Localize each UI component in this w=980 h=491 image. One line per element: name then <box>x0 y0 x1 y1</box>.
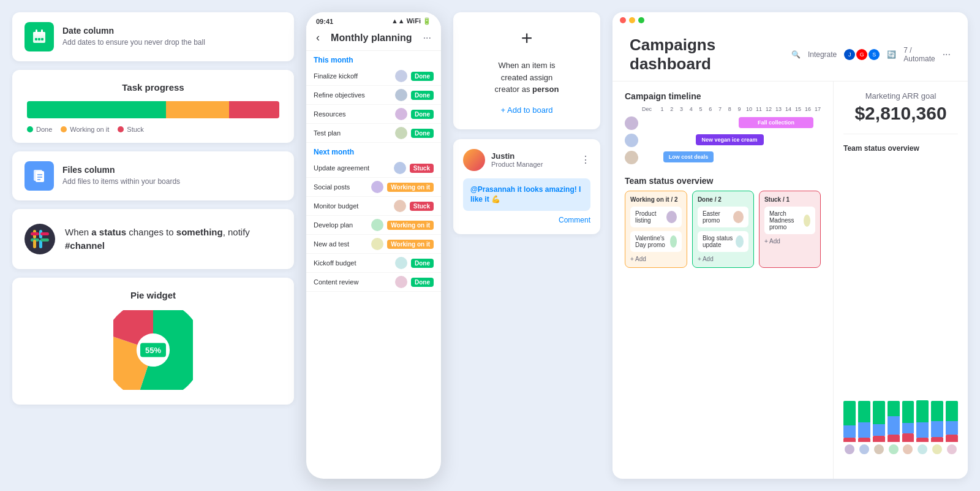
done-dot <box>27 126 33 132</box>
task-row: Finalize kickoff Done <box>306 67 441 86</box>
bar-group <box>873 401 885 454</box>
bar-avatar <box>947 444 957 454</box>
card-avatar <box>670 235 677 248</box>
slack-icon <box>24 224 55 254</box>
task-avatar <box>371 238 383 250</box>
dashboard-actions: 🔍 Integrate J G S 🔄 7 / Automate ··· <box>791 46 951 63</box>
integrate-label[interactable]: Integrate <box>808 50 837 59</box>
legend-done: Done <box>27 126 52 133</box>
timeline-avatar <box>625 151 638 164</box>
working-dot <box>61 126 67 132</box>
timeline-row: Fall collection <box>625 115 821 132</box>
card-avatar <box>666 211 676 223</box>
stuck-dot <box>118 126 124 132</box>
legend-stuck: Stuck <box>118 126 144 133</box>
mobile-status-bar: 09:41 ▲▲ WiFi 🔋 <box>306 12 441 28</box>
task-avatar <box>395 70 407 82</box>
user-info: Justin Product Manager <box>491 151 543 168</box>
task-avatar <box>371 181 383 193</box>
files-icon <box>24 161 54 191</box>
bar-working <box>946 421 958 435</box>
main-container: Date column Add dates to ensure you neve… <box>0 0 980 491</box>
bar-chart-title: Team status overview <box>843 144 958 153</box>
bar-group <box>858 401 870 454</box>
task-row: Social posts Working on it <box>306 178 441 197</box>
task-avatar <box>395 127 407 139</box>
integration-icons: J G S <box>844 49 880 60</box>
svg-rect-5 <box>38 38 40 40</box>
bar-working <box>858 422 870 438</box>
more-options[interactable]: ··· <box>943 49 951 60</box>
arr-section: Marketing ARR goal $2,810,360 <box>843 91 958 134</box>
kanban-add-done[interactable]: + Add <box>698 256 748 262</box>
kanban-board: Working on it / 2 Product listing Valent… <box>625 191 821 268</box>
kanban-card[interactable]: Easter promo <box>698 207 748 227</box>
center-panel: + When an item iscreated assigncreator a… <box>453 12 600 479</box>
date-column-card: Date column Add dates to ensure you neve… <box>12 12 294 61</box>
bar-done <box>916 400 929 422</box>
task-avatar <box>394 162 406 174</box>
bar-stuck <box>873 436 885 442</box>
timeline-row: New vegan ice cream <box>625 132 821 149</box>
date-column-text: Date column Add dates to ensure you neve… <box>62 26 205 48</box>
kanban-col-stuck: Stuck / 1 March Madness promo + Add <box>759 191 821 268</box>
kanban-card[interactable]: March Madness promo <box>764 207 815 234</box>
kanban-add-stuck[interactable]: + Add <box>764 238 815 245</box>
bar-done <box>873 401 885 424</box>
kanban-add-working[interactable]: + Add <box>630 256 682 262</box>
automate-icon: 🔄 <box>887 50 896 59</box>
back-icon[interactable]: ‹ <box>316 31 320 44</box>
pie-container: 55% <box>27 310 279 390</box>
campaign-timeline: Campaign timeline Dec 1 2 3 4 5 6 7 8 9 … <box>625 91 821 166</box>
svg-rect-6 <box>41 38 43 40</box>
jira-icon: J <box>844 49 855 60</box>
mobile-time: 09:41 <box>316 18 333 25</box>
timeline-avatar <box>625 134 638 147</box>
bar-done <box>902 401 914 423</box>
task-row: Content review Done <box>306 273 441 292</box>
maximize-dot[interactable] <box>638 17 644 23</box>
more-options-icon[interactable]: ⋮ <box>581 154 590 166</box>
bar-done <box>858 401 870 422</box>
files-column-desc: Add files to items within your boards <box>62 177 180 187</box>
svg-rect-8 <box>36 171 44 182</box>
automate-label[interactable]: 7 / Automate <box>903 46 935 63</box>
user-role: Product Manager <box>491 161 543 168</box>
svg-rect-1 <box>33 32 45 36</box>
team-status-section: Team status overview Working on it / 2 P… <box>625 176 821 268</box>
mobile-signal: ▲▲ WiFi 🔋 <box>391 17 431 25</box>
add-to-board-button[interactable]: + Add to board <box>501 105 553 115</box>
window-chrome <box>612 12 968 23</box>
kanban-card[interactable]: Blog status update <box>698 231 748 252</box>
automation-card: + When an item iscreated assigncreator a… <box>453 12 600 129</box>
bar-avatar <box>918 444 927 454</box>
timeline-bar-fall: Fall collection <box>739 117 814 128</box>
pie-widget-card: Pie widget 55% <box>12 278 294 405</box>
svg-rect-2 <box>36 29 37 34</box>
bar-stuck <box>916 438 929 442</box>
kanban-card[interactable]: Valentine's Day promo <box>630 231 682 252</box>
minimize-dot[interactable] <box>629 17 635 23</box>
kanban-card[interactable]: Product listing <box>630 207 682 227</box>
close-dot[interactable] <box>620 17 626 23</box>
comment-header: Justin Product Manager ⋮ <box>463 149 590 171</box>
mobile-frame: 09:41 ▲▲ WiFi 🔋 ‹ Monthly planning ··· T… <box>306 12 441 479</box>
task-progress-title: Task progress <box>27 82 279 93</box>
dashboard-main: Campaign timeline Dec 1 2 3 4 5 6 7 8 9 … <box>612 82 833 479</box>
comment-action[interactable]: Comment <box>463 216 590 224</box>
bar-group <box>843 401 856 454</box>
task-row: Monitor budget Stuck <box>306 197 441 216</box>
task-row: Test plan Done <box>306 124 441 143</box>
arr-value: $2,810,360 <box>843 103 958 124</box>
bar-avatar <box>932 444 942 454</box>
svg-rect-3 <box>41 29 43 34</box>
next-month-label: Next month <box>306 143 441 159</box>
progress-working <box>166 101 229 118</box>
bar-stuck <box>931 437 943 442</box>
mobile-header: ‹ Monthly planning ··· <box>306 28 441 51</box>
more-icon[interactable]: ··· <box>423 32 431 44</box>
progress-done <box>27 101 166 118</box>
bar-working <box>873 424 885 436</box>
dashboard-panel: Campaigns dashboard 🔍 Integrate J G S 🔄 … <box>612 12 968 479</box>
bar-working <box>902 423 914 433</box>
